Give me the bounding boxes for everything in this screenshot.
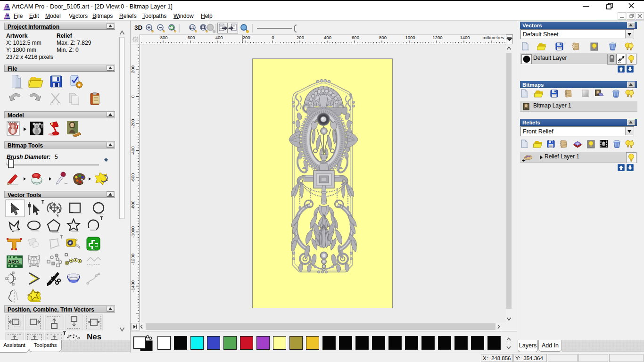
svg-text:800: 800 <box>379 35 387 40</box>
svg-text:-200: -200 <box>131 119 135 128</box>
svg-text:1200: 1200 <box>432 35 442 40</box>
svg-text:a: a <box>68 334 70 337</box>
svg-text:E: E <box>18 260 21 264</box>
svg-text:0: 0 <box>272 35 274 40</box>
svg-text:-600: -600 <box>186 35 195 40</box>
svg-text:200: 200 <box>131 66 135 73</box>
svg-text:c: c <box>77 337 79 340</box>
svg-text:+: + <box>522 157 526 163</box>
svg-text:1:1: 1:1 <box>190 26 194 29</box>
svg-text:0: 0 <box>131 95 135 98</box>
svg-text:millimetres: millimetres <box>483 35 504 40</box>
svg-text:a: a <box>73 333 74 336</box>
svg-text:1400: 1400 <box>460 35 470 40</box>
svg-text:-1400: -1400 <box>131 280 135 292</box>
svg-text:-800: -800 <box>131 200 135 209</box>
svg-text:-400: -400 <box>131 146 135 155</box>
svg-text:-400: -400 <box>214 35 223 40</box>
svg-text:-1000: -1000 <box>131 226 135 238</box>
svg-text:400: 400 <box>324 35 331 40</box>
svg-text:-600: -600 <box>131 173 135 182</box>
svg-text:1000: 1000 <box>405 35 415 40</box>
svg-text:ABC: ABC <box>8 259 18 264</box>
svg-text:200: 200 <box>297 35 304 40</box>
svg-text:-800: -800 <box>158 35 167 40</box>
svg-text:600: 600 <box>352 35 359 40</box>
svg-text:-1200: -1200 <box>131 254 135 265</box>
